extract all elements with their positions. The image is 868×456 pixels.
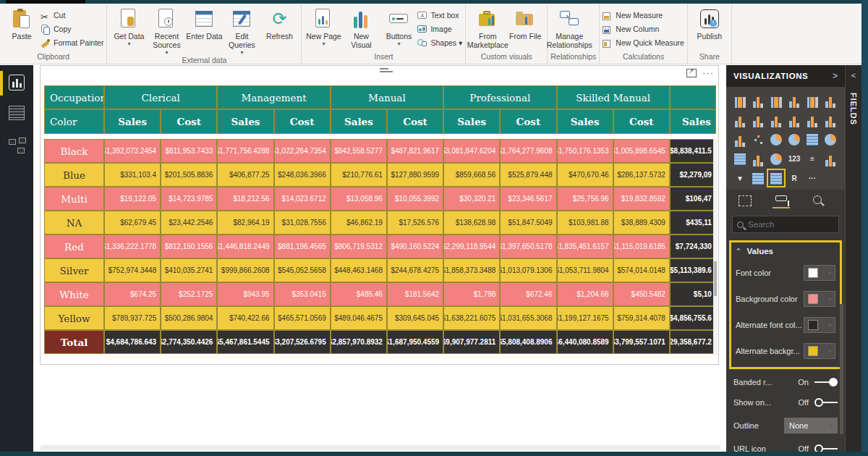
matrix-cell[interactable]: $244,678.4275 — [387, 258, 443, 282]
matrix-cell[interactable]: $62,679.45 — [104, 211, 161, 235]
matrix-total-row-cell[interactable]: $2,774,350.4426 — [161, 330, 217, 354]
publish-button[interactable]: ↑Publish — [691, 5, 728, 50]
matrix-total-row-cell[interactable]: $3,207,526.6795 — [274, 330, 331, 354]
matrix-cell[interactable]: $1,750,176.1353 — [557, 139, 613, 163]
matrix-cell[interactable]: $331,103.4 — [104, 163, 161, 187]
new-measure-button[interactable]: New Measure — [603, 8, 684, 22]
matrix-cell[interactable]: $448,463.1468 — [331, 258, 387, 282]
matrix-cell[interactable]: $309,645.045 — [387, 306, 443, 330]
outline-dropdown[interactable]: None▾ — [784, 418, 838, 434]
matrix-grand-total-cell[interactable]: $29,358,677.2 — [670, 330, 716, 354]
matrix-cell[interactable]: $103,981.88 — [557, 211, 613, 235]
matrix-cell[interactable]: $3,081,847.6204 — [443, 139, 500, 163]
clustered-column-chart-icon[interactable] — [786, 92, 802, 108]
report-view-icon[interactable] — [9, 75, 26, 92]
table-icon[interactable] — [750, 170, 766, 186]
buttons-button[interactable]: Buttons▾ — [380, 5, 417, 50]
matrix-measure-header[interactable]: Sales — [217, 109, 273, 134]
color-swatch-dropdown[interactable]: ▾ — [804, 265, 835, 281]
matrix-cell[interactable]: $25,756.96 — [557, 187, 613, 211]
visual-scrollbar[interactable] — [713, 138, 718, 355]
clustered-bar-chart-icon[interactable] — [768, 92, 784, 108]
matrix-cell[interactable]: $1,031,655.3068 — [500, 306, 556, 330]
matrix-occupation-header[interactable]: Manual — [331, 85, 443, 109]
matrix-cell[interactable]: $1,199,127.1675 — [557, 306, 613, 330]
matrix-measure-header[interactable]: Cost — [500, 109, 556, 134]
r-script-icon[interactable]: R — [786, 170, 802, 186]
matrix-cell[interactable]: $752,974.3448 — [104, 258, 161, 282]
matrix-cell[interactable]: $672.46 — [500, 282, 556, 306]
matrix-cell[interactable]: $248,036.3966 — [274, 163, 331, 187]
matrix-cell[interactable]: $406,877.25 — [217, 163, 273, 187]
matrix-cell[interactable]: $210,776.61 — [331, 163, 387, 187]
multi-row-card-icon[interactable]: ≡ — [804, 151, 820, 166]
100-stacked-column-chart-icon[interactable] — [822, 92, 838, 108]
funnel-icon[interactable] — [750, 151, 766, 166]
expand-fields-icon[interactable]: < — [846, 71, 861, 80]
line-and-clustered-column-chart-icon[interactable] — [786, 111, 802, 127]
matrix-total-cell[interactable]: $5,113,389.6 — [670, 258, 716, 282]
matrix-cell[interactable]: $252.1725 — [161, 282, 217, 306]
matrix-cell[interactable]: $31,028.7556 — [274, 211, 331, 235]
matrix-total-cell[interactable]: $7,724,330 — [670, 235, 716, 258]
matrix-cell[interactable]: $1,397,650.5178 — [500, 235, 556, 258]
matrix-cell[interactable]: $1,835,451.6157 — [557, 235, 613, 258]
matrix-measure-header[interactable]: Cost — [387, 109, 443, 134]
slicer-icon[interactable]: ▼ — [732, 170, 748, 186]
matrix-measure-header[interactable]: Cost — [613, 109, 670, 134]
enter-data-button[interactable]: Enter Data — [185, 5, 223, 50]
matrix-cell[interactable]: $19,122.05 — [104, 187, 161, 211]
matrix-total-cell[interactable]: $8,838,411.5 — [670, 139, 716, 163]
matrix-measure-header[interactable]: Cost — [161, 109, 217, 134]
matrix-cell[interactable]: $490,160.5224 — [387, 235, 443, 258]
matrix-cell[interactable]: $1,053,711.9804 — [557, 258, 613, 282]
matrix-occupation-header[interactable]: Professional — [443, 85, 556, 109]
matrix-icon[interactable] — [768, 170, 784, 186]
filled-map-icon[interactable] — [732, 151, 748, 166]
from-file-button[interactable]: From File — [506, 5, 544, 50]
100-stacked-bar-chart-icon[interactable] — [804, 92, 820, 108]
matrix-cell[interactable]: $38,889.4309 — [613, 211, 670, 235]
matrix-cell[interactable]: $138,628.98 — [443, 211, 500, 235]
ellipsis-icon[interactable]: ··· — [804, 170, 820, 186]
stacked-column-chart-icon[interactable] — [750, 92, 766, 108]
matrix-total-cell[interactable]: $5,10 — [670, 282, 716, 306]
matrix-occupation-header[interactable]: Clerical — [104, 85, 217, 109]
matrix-cell[interactable]: $30,320.21 — [443, 187, 500, 211]
map-icon[interactable] — [822, 131, 838, 147]
matrix-cell[interactable]: $789,937.725 — [104, 306, 161, 330]
matrix-cell[interactable]: $10,055.3992 — [387, 187, 443, 211]
model-view-icon[interactable] — [9, 138, 26, 155]
matrix-cell[interactable]: $500,286.9804 — [161, 306, 217, 330]
waterfall-chart-icon[interactable] — [732, 131, 748, 147]
matrix-total-cell[interactable]: $106,47 — [670, 187, 716, 211]
matrix-measure-header[interactable]: Sales — [557, 109, 613, 134]
matrix-cell[interactable]: $1,022,264.7354 — [274, 139, 331, 163]
visual-drag-handle[interactable] — [380, 68, 396, 75]
paste-button[interactable]: Paste — [3, 5, 41, 50]
canvas-horizontal-scrollbar[interactable] — [41, 445, 720, 450]
fields-pane-collapsed[interactable]: < FIELDS — [845, 65, 861, 456]
matrix-cell[interactable]: $1,771,756.4288 — [217, 139, 273, 163]
image-button[interactable]: Image — [417, 22, 462, 35]
matrix-cell[interactable]: $82,964.19 — [217, 211, 273, 235]
stacked-bar-chart-icon[interactable] — [732, 92, 748, 108]
matrix-measure-header[interactable]: Cost — [274, 109, 331, 134]
matrix-occupation-header[interactable]: Skilled Manual — [557, 85, 670, 109]
matrix-cell[interactable]: $18,212.56 — [217, 187, 273, 211]
fields-tab[interactable] — [736, 195, 754, 208]
kpi-icon[interactable] — [822, 151, 838, 166]
matrix-cell[interactable]: $14,023.6712 — [274, 187, 331, 211]
matrix-visual[interactable]: ··· OccupationClericalManagementManualPr… — [40, 65, 719, 365]
matrix-cell[interactable]: $1,638,221.6075 — [443, 306, 500, 330]
matrix-row-label[interactable]: NA — [44, 211, 104, 235]
matrix-total-row-cell[interactable]: $9,907,977.2811 — [443, 330, 500, 354]
color-swatch-dropdown[interactable]: ▾ — [804, 291, 835, 307]
get-data-button[interactable]: Get Data▾ — [110, 5, 148, 50]
matrix-cell[interactable]: $999,866.2608 — [217, 258, 273, 282]
text-box-button[interactable]: AText box — [417, 8, 462, 22]
pie-chart-icon[interactable] — [768, 131, 784, 147]
new-column-button[interactable]: New Column — [603, 22, 684, 35]
toggle-switch[interactable] — [814, 397, 838, 408]
matrix-total-row-cell[interactable]: $2,857,970.8932 — [331, 330, 387, 354]
